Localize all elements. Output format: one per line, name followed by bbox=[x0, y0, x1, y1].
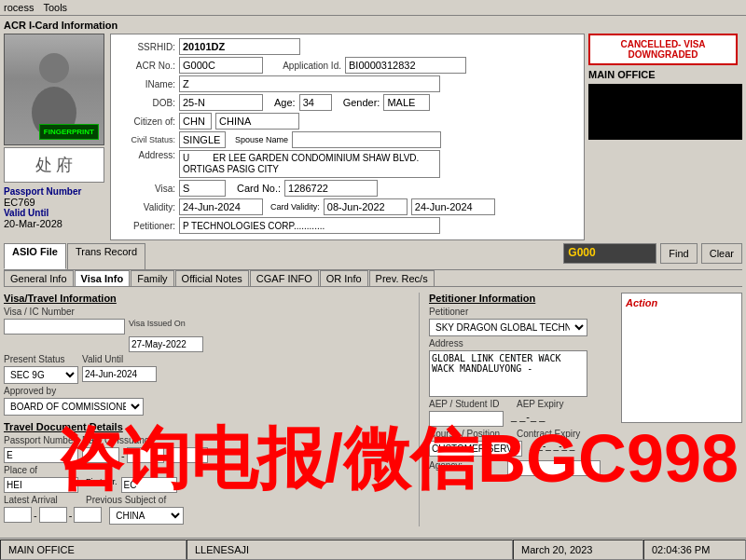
name-row: IName: Z bbox=[115, 75, 580, 92]
travel-doc-header: Travel Document Details bbox=[4, 421, 409, 432]
photo-box: FINGERPRINT bbox=[4, 34, 104, 145]
agency-row: Agency: bbox=[429, 460, 615, 476]
aep-exp-sep3: _ _ bbox=[531, 411, 545, 422]
civil-row: Civil Status: SINGLE Spouse Name bbox=[115, 131, 580, 148]
latest-arr-month[interactable] bbox=[39, 507, 67, 523]
dob-label: DOB: bbox=[115, 98, 175, 108]
ssrhid-label: SSRHID: bbox=[115, 42, 175, 52]
spouse-value bbox=[292, 131, 441, 148]
visa-value: S bbox=[179, 180, 226, 197]
subtab-visa-info[interactable]: Visa Info bbox=[75, 270, 131, 286]
menu-tools[interactable]: Tools bbox=[43, 2, 67, 13]
aep-label: AEP / Student ID bbox=[429, 399, 513, 409]
svg-point-0 bbox=[39, 53, 69, 83]
date-issued-fields: - - bbox=[82, 447, 208, 463]
visa-ic-input[interactable] bbox=[4, 319, 125, 335]
passport-info: Passport Number EC769 Valid Until 20-Mar… bbox=[4, 186, 106, 229]
date-sep1: - bbox=[121, 450, 125, 461]
subtab-cgaf-info[interactable]: CGAF INFO bbox=[250, 270, 319, 286]
subtab-prev-recs[interactable]: Prev. Rec/s bbox=[369, 270, 435, 286]
page-title: ACR I-Card Information bbox=[4, 20, 742, 31]
prev-subject-label: Previous Subject of bbox=[86, 495, 166, 505]
place-input[interactable] bbox=[4, 477, 78, 493]
latest-arr-year[interactable] bbox=[74, 507, 102, 523]
agency-label: Agency: bbox=[429, 460, 504, 471]
clear-button[interactable]: Clear bbox=[701, 243, 742, 264]
passport-no-col-label: Passport Number bbox=[4, 435, 78, 445]
visa-issued-label: Visa Issued On bbox=[129, 319, 194, 328]
agency-input[interactable] bbox=[507, 460, 601, 476]
subtab-or-info[interactable]: OR Info bbox=[320, 270, 368, 286]
ssrhid-value: 20101DZ bbox=[179, 38, 300, 55]
present-status-select[interactable]: SEC 9G bbox=[4, 366, 78, 384]
person-silhouette bbox=[26, 48, 82, 131]
approved-by-input-row: BOARD OF COMMISSIONERS bbox=[4, 398, 409, 416]
visa-issued-row bbox=[4, 336, 409, 352]
petitioner-address-label-row: Address bbox=[429, 338, 615, 348]
petitioner-row: Petitioner: P TECHNOLOGIES CORP.........… bbox=[115, 217, 580, 234]
place-input-row: First Arr. bbox=[4, 477, 409, 493]
approved-by-select[interactable]: BOARD OF COMMISSIONERS bbox=[4, 398, 144, 416]
visa-row: Visa: S Card No.: 1286722 bbox=[115, 180, 580, 197]
valid-until-input[interactable] bbox=[82, 366, 157, 382]
visa-issued-input[interactable] bbox=[129, 336, 203, 352]
tab-asio-file[interactable]: ASIO File bbox=[4, 243, 66, 269]
card-no-value: 1286722 bbox=[284, 180, 378, 197]
signature-area: 处 府 bbox=[4, 147, 104, 183]
present-status-input-row: SEC 9G bbox=[4, 366, 409, 384]
sep2: - bbox=[69, 510, 73, 521]
aep-inputs-row: _ _ - _ _ bbox=[429, 411, 615, 427]
visa-label: Visa: bbox=[115, 184, 175, 194]
col-divider bbox=[419, 293, 420, 526]
ssrhid-row: SSRHID: 20101DZ bbox=[115, 38, 580, 55]
status-time: 02:04:36 PM bbox=[643, 540, 746, 560]
app-id-value: BI0000312832 bbox=[345, 57, 466, 74]
date-issued-month[interactable] bbox=[127, 447, 164, 463]
passport-no-input[interactable] bbox=[4, 447, 78, 463]
valid-until-col-label: Valid Until bbox=[82, 354, 157, 364]
valid-until-label: Valid Until bbox=[4, 208, 106, 218]
content-area: Visa/Travel Information Visa / IC Number… bbox=[4, 293, 742, 526]
cancelled-banner: CANCELLED- VISA DOWNGRADED bbox=[588, 34, 738, 65]
date-issued-day[interactable] bbox=[82, 447, 119, 463]
present-status-label: Present Status bbox=[4, 354, 78, 364]
right-panel: CANCELLED- VISA DOWNGRADED MAIN OFFICE bbox=[588, 34, 742, 240]
subtab-family[interactable]: Family bbox=[131, 270, 173, 286]
course-input[interactable] bbox=[429, 441, 522, 457]
petitioner-select[interactable]: SKY DRAGON GLOBAL TECHNOLOGIES bbox=[429, 319, 587, 336]
citizen-label: Citizen of: bbox=[115, 116, 175, 127]
petitioner-content: Petitioner Information Petitioner SKY DR… bbox=[429, 293, 615, 526]
info-panel: SSRHID: 20101DZ ACR No.: G000C Applicati… bbox=[110, 34, 585, 240]
subtab-general-info[interactable]: General Info bbox=[4, 270, 74, 286]
name-label: IName: bbox=[115, 79, 175, 89]
petitioner-address-input[interactable] bbox=[429, 350, 587, 397]
place-row: Place of bbox=[4, 465, 409, 475]
find-button[interactable]: Find bbox=[660, 243, 697, 264]
prev-subject-select[interactable]: CHINA bbox=[109, 507, 184, 525]
tab-trans-record[interactable]: Trans Record bbox=[67, 243, 145, 269]
latest-arr-day[interactable] bbox=[4, 507, 32, 523]
petitioner-field-label-row: Petitioner bbox=[429, 307, 615, 317]
age-label: Age: bbox=[274, 97, 296, 108]
black-box bbox=[588, 84, 742, 140]
search-box[interactable]: G000 bbox=[563, 243, 656, 264]
menu-rocess[interactable]: rocess bbox=[4, 2, 34, 13]
main-office-label: MAIN OFFICE bbox=[588, 69, 742, 80]
first-arr-input[interactable] bbox=[121, 477, 177, 493]
status-bar: MAIN OFFICE LLENESAJI March 20, 2023 02:… bbox=[0, 538, 746, 560]
petitioner-field-label: Petitioner bbox=[429, 307, 504, 317]
subtab-official-notes[interactable]: Official Notes bbox=[175, 270, 249, 286]
status-office: MAIN OFFICE bbox=[0, 540, 186, 560]
citizen-value1: CHN bbox=[179, 113, 212, 130]
date-issued-year[interactable] bbox=[171, 447, 208, 463]
date-issued-col-label: Date Of Issuance bbox=[82, 435, 157, 445]
card-validity-to: 24-Jun-2024 bbox=[411, 198, 495, 215]
valid-until-value: 20-Mar-2028 bbox=[4, 218, 106, 229]
aep-input[interactable] bbox=[429, 411, 504, 427]
gender-value: MALE bbox=[383, 94, 430, 111]
approved-by-label: Approved by bbox=[4, 386, 78, 396]
first-arr-label: First Arr. bbox=[86, 477, 117, 486]
validity-row: Validity: 24-Jun-2024 Card Validity: 08-… bbox=[115, 198, 580, 215]
course-label: Course / Position bbox=[429, 429, 513, 439]
menu-bar: rocess Tools bbox=[0, 0, 746, 16]
